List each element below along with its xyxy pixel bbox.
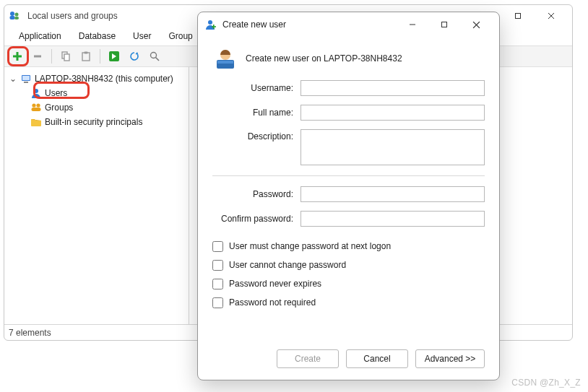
svg-line-17 [156, 58, 160, 61]
group-icon [30, 102, 42, 113]
user-icon [30, 87, 42, 99]
dialog-maximize-button[interactable] [428, 14, 460, 35]
description-input[interactable] [301, 129, 485, 165]
label-password: Password: [212, 189, 293, 199]
svg-rect-13 [82, 53, 90, 61]
dialog-close-button[interactable] [460, 14, 492, 35]
add-button[interactable] [9, 48, 26, 65]
svg-rect-2 [10, 16, 15, 19]
remove-button[interactable] [29, 48, 46, 65]
refresh-button[interactable] [126, 48, 143, 65]
tree-root-label: LAPTOP-38NH8432 (this computer) [35, 74, 173, 84]
svg-rect-20 [24, 82, 28, 83]
svg-rect-27 [212, 26, 216, 27]
menu-group[interactable]: Group [160, 28, 201, 44]
check-cannot-change[interactable]: User cannot change password [212, 256, 485, 274]
label-confirm: Confirm password: [212, 214, 293, 224]
svg-rect-29 [442, 22, 447, 27]
computer-icon [20, 73, 32, 84]
svg-rect-10 [34, 56, 41, 58]
copy-button[interactable] [57, 48, 74, 65]
label-fullname: Full name: [212, 108, 293, 118]
svg-point-23 [36, 103, 40, 107]
tree-builtin-label: Built-in security principals [45, 117, 142, 127]
username-input[interactable] [301, 80, 485, 96]
dialog-header: Create new user on LAPTOP-38NH8432 [212, 43, 485, 80]
status-text: 7 elements [9, 328, 51, 338]
tree-pane[interactable]: ⌄ LAPTOP-38NH8432 (this computer) Users [4, 67, 189, 324]
checkbox-cannot-change-label: User cannot change password [229, 260, 346, 270]
checkbox-never-expires-label: Password never expires [229, 279, 321, 289]
create-user-dialog: Create new user Create new user on LAPTO… [197, 12, 500, 380]
dialog-titlebar: Create new user [198, 12, 499, 37]
toolbar-separator [51, 49, 52, 64]
svg-rect-3 [14, 17, 19, 19]
user-large-icon [214, 47, 237, 70]
close-button[interactable] [535, 5, 568, 27]
form-grid-password: Password: Confirm password: [212, 186, 485, 227]
dialog-body: Create new user on LAPTOP-38NH8432 Usern… [198, 37, 499, 342]
svg-rect-14 [85, 52, 88, 54]
label-description: Description: [212, 129, 293, 141]
svg-point-25 [208, 20, 212, 25]
svg-point-1 [15, 13, 19, 17]
menu-user[interactable]: User [124, 28, 160, 44]
checkbox-must-change-label: User must change password at next logon [229, 241, 391, 251]
paste-button[interactable] [77, 48, 95, 65]
watermark: CSDN @Zh_X_Z [511, 378, 581, 388]
user-add-icon [205, 19, 217, 30]
tree-item-users[interactable]: Users [30, 86, 187, 100]
dialog-window-buttons [397, 14, 492, 35]
dialog-minimize-button[interactable] [397, 14, 428, 35]
advanced-button[interactable]: Advanced >> [415, 349, 485, 368]
svg-point-16 [151, 53, 157, 58]
svg-rect-12 [64, 54, 69, 61]
svg-rect-19 [22, 76, 30, 80]
dialog-title: Create new user [222, 19, 391, 30]
confirm-password-input[interactable] [301, 211, 485, 227]
menu-database[interactable]: Database [70, 28, 124, 44]
menu-application[interactable]: Application [10, 28, 70, 44]
chevron-down-icon[interactable]: ⌄ [9, 74, 17, 84]
svg-point-0 [10, 12, 14, 16]
svg-rect-34 [217, 61, 233, 64]
search-button[interactable] [146, 48, 163, 65]
label-username: Username: [212, 83, 293, 93]
toolbar-separator [100, 49, 100, 64]
go-button[interactable] [105, 48, 123, 65]
fullname-input[interactable] [301, 105, 485, 121]
svg-point-21 [34, 89, 38, 93]
svg-rect-24 [32, 108, 41, 111]
checkbox-must-change[interactable] [212, 241, 223, 252]
cancel-button[interactable]: Cancel [346, 349, 408, 368]
tree-groups-label: Groups [45, 103, 73, 113]
checkbox-not-required-label: Password not required [229, 297, 316, 308]
maximize-button[interactable] [501, 5, 535, 27]
users-groups-app-icon [9, 10, 20, 22]
check-must-change[interactable]: User must change password at next logon [212, 237, 485, 256]
svg-point-22 [32, 103, 35, 107]
tree-users-label: Users [45, 88, 67, 98]
checkbox-not-required[interactable] [212, 297, 223, 308]
tree-children: Users Groups Built-in security principal… [6, 86, 187, 129]
tree-item-groups[interactable]: Groups [30, 100, 187, 115]
checkbox-cannot-change[interactable] [212, 260, 223, 271]
tree-root[interactable]: ⌄ LAPTOP-38NH8432 (this computer) [6, 71, 187, 86]
folder-icon [30, 116, 42, 128]
password-input[interactable] [301, 186, 485, 202]
check-not-required[interactable]: Password not required [212, 293, 485, 312]
create-button[interactable]: Create [277, 349, 339, 368]
svg-rect-5 [516, 14, 521, 19]
checkbox-never-expires[interactable] [212, 279, 223, 289]
dialog-footer: Create Cancel Advanced >> [198, 342, 499, 380]
dialog-header-text: Create new user on LAPTOP-38NH8432 [246, 53, 402, 64]
form-grid-identity: Username: Full name: Description: [212, 80, 485, 165]
tree-item-builtin[interactable]: Built-in security principals [30, 115, 187, 129]
dialog-separator [212, 175, 485, 176]
svg-rect-9 [13, 56, 22, 58]
check-never-expires[interactable]: Password never expires [212, 274, 485, 293]
